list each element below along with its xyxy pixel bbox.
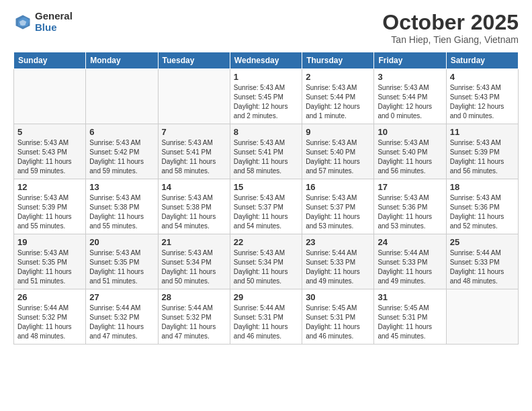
calendar-cell: 11Sunrise: 5:43 AMSunset: 5:39 PMDayligh…: [446, 124, 518, 179]
day-number: 1: [234, 72, 298, 82]
calendar-cell: 23Sunrise: 5:44 AMSunset: 5:33 PMDayligh…: [302, 234, 374, 289]
calendar-cell: 30Sunrise: 5:45 AMSunset: 5:31 PMDayligh…: [302, 289, 374, 345]
calendar-cell: 27Sunrise: 5:44 AMSunset: 5:32 PMDayligh…: [86, 289, 158, 345]
day-number: 10: [378, 127, 442, 137]
calendar-cell: [446, 289, 518, 345]
calendar-week-2: 5Sunrise: 5:43 AMSunset: 5:43 PMDaylight…: [14, 124, 519, 179]
cell-info: Sunrise: 5:43 AMSunset: 5:40 PMDaylight:…: [378, 138, 442, 176]
calendar-week-1: 1Sunrise: 5:43 AMSunset: 5:45 PMDaylight…: [14, 69, 519, 124]
day-number: 30: [306, 292, 370, 302]
day-number: 23: [306, 237, 370, 247]
day-header-monday: Monday: [86, 52, 158, 69]
day-number: 7: [162, 127, 226, 137]
day-header-tuesday: Tuesday: [158, 52, 230, 69]
day-number: 27: [89, 292, 154, 302]
cell-info: Sunrise: 5:43 AMSunset: 5:41 PMDaylight:…: [234, 138, 298, 176]
location: Tan Hiep, Tien Giang, Vietnam: [382, 34, 519, 45]
cell-info: Sunrise: 5:43 AMSunset: 5:35 PMDaylight:…: [89, 248, 154, 286]
calendar-cell: 21Sunrise: 5:43 AMSunset: 5:34 PMDayligh…: [158, 234, 230, 289]
page: General Blue October 2025 Tan Hiep, Tien…: [0, 0, 532, 411]
calendar-cell: 9Sunrise: 5:43 AMSunset: 5:40 PMDaylight…: [302, 124, 374, 179]
day-header-thursday: Thursday: [302, 52, 374, 69]
day-number: 14: [162, 182, 226, 192]
calendar-cell: [14, 69, 86, 124]
calendar-cell: 7Sunrise: 5:43 AMSunset: 5:41 PMDaylight…: [158, 124, 230, 179]
day-number: 5: [17, 127, 82, 137]
calendar-week-4: 19Sunrise: 5:43 AMSunset: 5:35 PMDayligh…: [14, 234, 519, 289]
calendar-cell: 28Sunrise: 5:44 AMSunset: 5:32 PMDayligh…: [158, 289, 230, 345]
calendar-cell: 10Sunrise: 5:43 AMSunset: 5:40 PMDayligh…: [374, 124, 446, 179]
calendar-cell: 8Sunrise: 5:43 AMSunset: 5:41 PMDaylight…: [230, 124, 302, 179]
day-number: 15: [234, 182, 298, 192]
logo-general-text: General: [35, 11, 73, 22]
calendar-table: SundayMondayTuesdayWednesdayThursdayFrid…: [13, 52, 519, 345]
calendar-cell: 24Sunrise: 5:44 AMSunset: 5:33 PMDayligh…: [374, 234, 446, 289]
cell-info: Sunrise: 5:44 AMSunset: 5:31 PMDaylight:…: [234, 304, 298, 341]
cell-info: Sunrise: 5:43 AMSunset: 5:36 PMDaylight:…: [450, 193, 515, 231]
calendar-cell: [86, 69, 158, 124]
calendar-week-5: 26Sunrise: 5:44 AMSunset: 5:32 PMDayligh…: [14, 289, 519, 345]
day-header-friday: Friday: [374, 52, 446, 69]
cell-info: Sunrise: 5:43 AMSunset: 5:37 PMDaylight:…: [234, 193, 298, 231]
day-number: 25: [450, 237, 515, 247]
logo: General Blue: [13, 11, 73, 33]
cell-info: Sunrise: 5:43 AMSunset: 5:44 PMDaylight:…: [378, 83, 442, 121]
logo-blue-text: Blue: [35, 22, 73, 34]
day-number: 13: [89, 182, 154, 192]
day-header-saturday: Saturday: [446, 52, 518, 69]
calendar-cell: 1Sunrise: 5:43 AMSunset: 5:45 PMDaylight…: [230, 69, 302, 124]
cell-info: Sunrise: 5:43 AMSunset: 5:34 PMDaylight:…: [234, 248, 298, 286]
calendar-cell: [158, 69, 230, 124]
day-number: 21: [162, 237, 226, 247]
cell-info: Sunrise: 5:44 AMSunset: 5:33 PMDaylight:…: [378, 248, 442, 286]
cell-info: Sunrise: 5:43 AMSunset: 5:41 PMDaylight:…: [162, 138, 226, 176]
day-number: 20: [89, 237, 154, 247]
calendar-cell: 14Sunrise: 5:43 AMSunset: 5:38 PMDayligh…: [158, 179, 230, 234]
logo-icon: [13, 13, 32, 32]
cell-info: Sunrise: 5:43 AMSunset: 5:45 PMDaylight:…: [234, 83, 298, 121]
calendar-cell: 20Sunrise: 5:43 AMSunset: 5:35 PMDayligh…: [86, 234, 158, 289]
month-title: October 2025: [382, 11, 519, 34]
day-number: 4: [450, 72, 515, 82]
calendar-cell: 15Sunrise: 5:43 AMSunset: 5:37 PMDayligh…: [230, 179, 302, 234]
day-header-wednesday: Wednesday: [230, 52, 302, 69]
cell-info: Sunrise: 5:44 AMSunset: 5:33 PMDaylight:…: [306, 248, 370, 286]
header: General Blue October 2025 Tan Hiep, Tien…: [13, 11, 519, 45]
calendar-cell: 6Sunrise: 5:43 AMSunset: 5:42 PMDaylight…: [86, 124, 158, 179]
day-number: 29: [234, 292, 298, 302]
calendar-week-3: 12Sunrise: 5:43 AMSunset: 5:39 PMDayligh…: [14, 179, 519, 234]
cell-info: Sunrise: 5:43 AMSunset: 5:39 PMDaylight:…: [17, 193, 82, 231]
cell-info: Sunrise: 5:43 AMSunset: 5:35 PMDaylight:…: [17, 248, 82, 286]
day-header-sunday: Sunday: [14, 52, 86, 69]
cell-info: Sunrise: 5:44 AMSunset: 5:32 PMDaylight:…: [17, 304, 82, 341]
cell-info: Sunrise: 5:44 AMSunset: 5:32 PMDaylight:…: [162, 304, 226, 341]
day-number: 19: [17, 237, 82, 247]
cell-info: Sunrise: 5:43 AMSunset: 5:43 PMDaylight:…: [17, 138, 82, 176]
day-number: 16: [306, 182, 370, 192]
calendar-cell: 17Sunrise: 5:43 AMSunset: 5:36 PMDayligh…: [374, 179, 446, 234]
cell-info: Sunrise: 5:43 AMSunset: 5:40 PMDaylight:…: [306, 138, 370, 176]
calendar-cell: 2Sunrise: 5:43 AMSunset: 5:44 PMDaylight…: [302, 69, 374, 124]
calendar-cell: 16Sunrise: 5:43 AMSunset: 5:37 PMDayligh…: [302, 179, 374, 234]
calendar-cell: 5Sunrise: 5:43 AMSunset: 5:43 PMDaylight…: [14, 124, 86, 179]
calendar-cell: 12Sunrise: 5:43 AMSunset: 5:39 PMDayligh…: [14, 179, 86, 234]
day-number: 2: [306, 72, 370, 82]
cell-info: Sunrise: 5:44 AMSunset: 5:33 PMDaylight:…: [450, 248, 515, 286]
calendar-cell: 31Sunrise: 5:45 AMSunset: 5:31 PMDayligh…: [374, 289, 446, 345]
calendar-cell: 22Sunrise: 5:43 AMSunset: 5:34 PMDayligh…: [230, 234, 302, 289]
day-number: 26: [17, 292, 82, 302]
day-number: 28: [162, 292, 226, 302]
cell-info: Sunrise: 5:43 AMSunset: 5:38 PMDaylight:…: [162, 193, 226, 231]
title-area: October 2025 Tan Hiep, Tien Giang, Vietn…: [382, 11, 519, 45]
day-number: 9: [306, 127, 370, 137]
cell-info: Sunrise: 5:43 AMSunset: 5:36 PMDaylight:…: [378, 193, 442, 231]
cell-info: Sunrise: 5:43 AMSunset: 5:44 PMDaylight:…: [306, 83, 370, 121]
calendar-cell: 25Sunrise: 5:44 AMSunset: 5:33 PMDayligh…: [446, 234, 518, 289]
cell-info: Sunrise: 5:44 AMSunset: 5:32 PMDaylight:…: [89, 304, 154, 341]
calendar-cell: 29Sunrise: 5:44 AMSunset: 5:31 PMDayligh…: [230, 289, 302, 345]
cell-info: Sunrise: 5:43 AMSunset: 5:34 PMDaylight:…: [162, 248, 226, 286]
cell-info: Sunrise: 5:45 AMSunset: 5:31 PMDaylight:…: [378, 304, 442, 341]
cell-info: Sunrise: 5:43 AMSunset: 5:38 PMDaylight:…: [89, 193, 154, 231]
cell-info: Sunrise: 5:43 AMSunset: 5:37 PMDaylight:…: [306, 193, 370, 231]
day-number: 12: [17, 182, 82, 192]
